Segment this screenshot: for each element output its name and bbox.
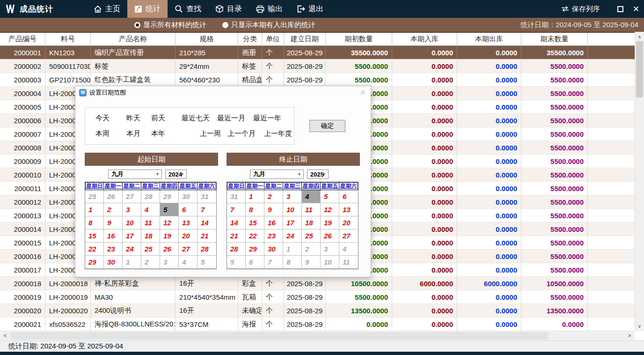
- dialog-title-bar[interactable]: W 设置日期范围 ✕: [75, 86, 371, 99]
- tab-exit[interactable]: 退出: [290, 0, 330, 18]
- calendar-day[interactable]: 21: [198, 229, 216, 243]
- calendar-day[interactable]: 26: [104, 190, 123, 203]
- table-row[interactable]: 2000020LH-20000202400说明书16开未确定个2025-08-2…: [0, 304, 635, 318]
- year-dropdown[interactable]: 2025▼: [307, 170, 329, 179]
- calendar-day[interactable]: 26: [321, 229, 339, 243]
- column-header-closing_qty[interactable]: 期末数量: [521, 33, 588, 45]
- radio-option-1[interactable]: 显示所有材料的统计: [134, 21, 206, 30]
- calendar-day[interactable]: 11: [141, 216, 160, 229]
- quick-range-item[interactable]: 最近一月: [217, 114, 245, 123]
- month-dropdown[interactable]: 九月▼: [108, 170, 162, 179]
- column-header-unit[interactable]: 单位: [262, 33, 284, 45]
- table-row[interactable]: 20000025090011703D标签29*24mm标签个2025-08-29…: [0, 59, 635, 73]
- calendar-day[interactable]: 2: [141, 256, 160, 269]
- column-header-product_code[interactable]: 产品编号: [0, 33, 45, 45]
- calendar-day[interactable]: 31: [227, 190, 246, 203]
- calendar-day[interactable]: 16: [264, 216, 283, 229]
- calendar-day[interactable]: 11: [339, 256, 358, 269]
- calendar-day[interactable]: 11: [302, 203, 321, 216]
- tab-search[interactable]: 查找: [168, 0, 208, 18]
- quick-range-item[interactable]: 本周: [95, 129, 110, 138]
- calendar-day[interactable]: 23: [104, 243, 123, 256]
- calendar-day[interactable]: 3: [160, 256, 179, 269]
- quick-range-item[interactable]: 最近七天: [182, 114, 210, 123]
- calendar-day[interactable]: 27: [123, 190, 141, 203]
- calendar-day[interactable]: 2: [302, 243, 321, 256]
- year-dropdown[interactable]: 2024▼: [165, 170, 187, 179]
- quick-range-item[interactable]: 本月: [126, 129, 140, 138]
- calendar-day[interactable]: 3: [123, 203, 141, 216]
- calendar-day[interactable]: 7: [227, 203, 246, 216]
- column-header-outbound_qty[interactable]: 本期出库: [457, 33, 521, 45]
- tab-home[interactable]: 主页: [87, 0, 127, 18]
- calendar-day-selected[interactable]: 4: [302, 190, 321, 203]
- calendar-day[interactable]: 8: [246, 203, 264, 216]
- tab-stats[interactable]: 统计: [127, 0, 168, 18]
- scroll-left-icon[interactable]: <: [1, 331, 9, 340]
- vertical-scrollbar[interactable]: ∧ ∨: [635, 32, 644, 331]
- quick-range-item[interactable]: 最近一年: [253, 114, 281, 123]
- close-button[interactable]: ✕: [628, 0, 644, 18]
- quick-range-item[interactable]: 上一周: [200, 129, 221, 138]
- quick-range-item[interactable]: 今天: [95, 114, 110, 123]
- table-row[interactable]: 2000021xfs0536522海报QB-8300LLNESS/20153*3…: [0, 318, 635, 331]
- calendar-day[interactable]: 26: [160, 243, 179, 256]
- calendar-day[interactable]: 15: [85, 229, 104, 243]
- calendar-day[interactable]: 25: [141, 243, 160, 256]
- calendar-day[interactable]: 13: [179, 216, 198, 229]
- quick-range-item[interactable]: 前天: [151, 114, 165, 123]
- calendar-day[interactable]: 20: [339, 216, 358, 229]
- dialog-close-icon[interactable]: ✕: [360, 88, 366, 97]
- scroll-up-icon[interactable]: ∧: [635, 33, 644, 41]
- calendar-day[interactable]: 3: [283, 190, 302, 203]
- horizontal-scrollbar[interactable]: < >: [0, 331, 635, 340]
- calendar-day[interactable]: 6: [179, 203, 198, 216]
- calendar-day[interactable]: 22: [246, 229, 264, 243]
- calendar-day[interactable]: 17: [283, 216, 302, 229]
- calendar-day[interactable]: 18: [141, 229, 160, 243]
- calendar-day[interactable]: 7: [264, 256, 283, 269]
- table-row[interactable]: 2000001KN1203编织产品宣传册210*285画册个2025-08-29…: [0, 46, 635, 59]
- calendar-day[interactable]: 9: [264, 203, 283, 216]
- horizontal-scroll-thumb[interactable]: [10, 332, 549, 340]
- calendar-day[interactable]: 15: [246, 216, 264, 229]
- calendar-day[interactable]: 27: [179, 243, 198, 256]
- calendar-day[interactable]: 30: [264, 243, 283, 256]
- quick-range-item[interactable]: 昨天: [126, 114, 140, 123]
- calendar-day[interactable]: 30: [104, 256, 123, 269]
- calendar-day[interactable]: 17: [123, 229, 141, 243]
- calendar-day[interactable]: 2: [264, 190, 283, 203]
- calendar-day[interactable]: 3: [321, 243, 339, 256]
- quick-range-item[interactable]: 本年: [151, 129, 165, 138]
- column-header-spec[interactable]: 规格: [176, 33, 238, 45]
- column-header-product_name[interactable]: 产品名称: [91, 33, 176, 45]
- calendar-day[interactable]: 2: [104, 203, 123, 216]
- maximize-button[interactable]: [612, 0, 628, 18]
- calendar-day[interactable]: 1: [85, 203, 104, 216]
- radio-option-2[interactable]: 只显示本期有入出库的统计: [222, 21, 315, 30]
- calendar-day[interactable]: 30: [179, 190, 198, 203]
- calendar-day[interactable]: 8: [283, 256, 302, 269]
- calendar-day[interactable]: 6: [339, 190, 358, 203]
- calendar-day[interactable]: 8: [85, 216, 104, 229]
- calendar-day[interactable]: 4: [339, 243, 358, 256]
- calendar-day[interactable]: 7: [198, 203, 216, 216]
- calendar-day[interactable]: 10: [283, 203, 302, 216]
- calendar-day[interactable]: 25: [85, 190, 104, 203]
- calendar-day[interactable]: 19: [321, 216, 339, 229]
- column-header-created_date[interactable]: 建立日期: [284, 33, 326, 45]
- quick-range-item[interactable]: 上一个月: [227, 129, 256, 138]
- calendar-day[interactable]: 31: [198, 190, 216, 203]
- calendar-day-selected[interactable]: 5: [160, 203, 179, 216]
- calendar-day[interactable]: 1: [246, 190, 264, 203]
- calendar-day[interactable]: 28: [227, 243, 246, 256]
- calendar-day[interactable]: 20: [179, 229, 198, 243]
- calendar-day[interactable]: 14: [198, 216, 216, 229]
- table-row[interactable]: 2000019LH-2000019MA30210*4540*354mm瓦箱个20…: [0, 290, 635, 304]
- calendar-day[interactable]: 5: [321, 190, 339, 203]
- calendar-day[interactable]: 28: [198, 243, 216, 256]
- calendar-day[interactable]: 1: [283, 243, 302, 256]
- calendar-day[interactable]: 21: [227, 229, 246, 243]
- calendar-day[interactable]: 27: [339, 229, 358, 243]
- column-header-part_no[interactable]: 料号: [45, 33, 91, 45]
